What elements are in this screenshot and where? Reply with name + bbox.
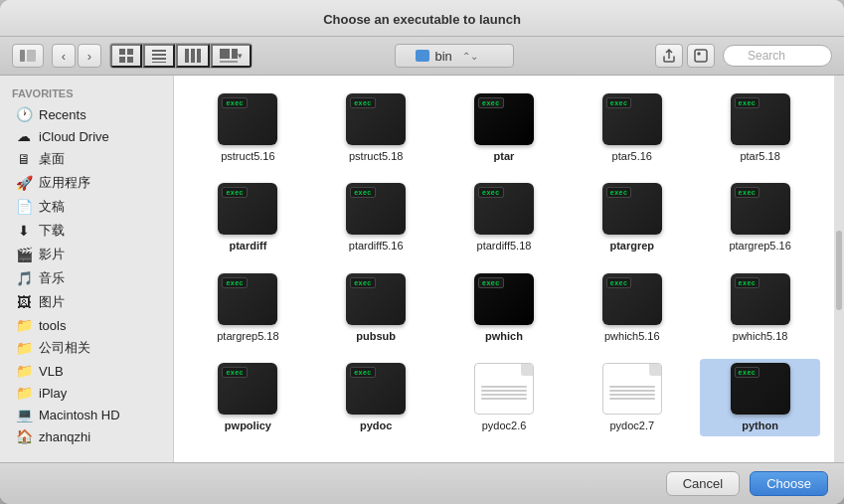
list-view-button[interactable]	[143, 44, 175, 68]
sidebar-item-iplay[interactable]: 📁 iPlay	[4, 382, 169, 404]
icon-view-button[interactable]	[110, 44, 142, 68]
file-item-pwhich[interactable]: exec pwhich	[444, 269, 565, 347]
sidebar-icon-zhangzhi: 🏠	[16, 428, 32, 444]
sidebar-toggle-button[interactable]	[12, 44, 44, 68]
search-box[interactable]: Search	[723, 45, 832, 67]
sidebar-label-macintosh: Macintosh HD	[39, 408, 120, 422]
search-wrapper: 🔍 Search	[723, 45, 832, 67]
gallery-view-button[interactable]: ▾	[211, 44, 252, 68]
file-name-ptardiff516: ptardiff5.16	[349, 239, 404, 252]
doc-fold	[649, 364, 661, 376]
column-view-button[interactable]	[176, 44, 210, 68]
dialog-title: Choose an executable to launch	[323, 12, 521, 27]
file-item-pydoc27[interactable]: pydoc2.7	[572, 359, 692, 436]
choose-button[interactable]: Choose	[750, 471, 828, 496]
sidebar-label-zhangzhi: zhanqzhi	[39, 429, 90, 444]
file-item-pwhich518[interactable]: exec pwhich5.18	[700, 269, 820, 347]
exec-badge-pstruct518: exec	[350, 97, 376, 108]
svg-rect-1	[27, 50, 36, 62]
exec-icon-pydoc: exec	[346, 363, 406, 415]
file-name-ptargrep516: ptargrep5.16	[729, 239, 790, 252]
file-item-python[interactable]: exec python	[700, 359, 820, 436]
exec-badge-ptardiff518: exec	[478, 187, 504, 198]
file-name-pwhich518: pwhich5.18	[733, 329, 788, 343]
svg-rect-5	[127, 57, 133, 63]
sidebar-icon-company: 📁	[16, 340, 32, 356]
sidebar-item-icloud[interactable]: ☁ iCloud Drive	[4, 125, 169, 147]
file-name-ptargrep518: ptargrep5.18	[217, 329, 278, 343]
file-item-ptar[interactable]: exec ptar	[444, 89, 565, 167]
svg-rect-13	[220, 49, 230, 59]
sidebar-icon-apps: 🚀	[16, 175, 32, 191]
location-bar[interactable]: bin ⌃⌄	[395, 44, 514, 68]
share-button[interactable]	[655, 44, 683, 68]
sidebar-icon-docs: 📄	[16, 199, 32, 215]
sidebar-item-tools[interactable]: 📁 tools	[4, 314, 169, 336]
sidebar-item-recents[interactable]: 🕐 Recents	[4, 103, 169, 125]
exec-icon-ptar: exec	[474, 93, 534, 145]
file-name-ptargrep: ptargrep	[609, 239, 654, 252]
file-item-pstruct516[interactable]: exec pstruct5.16	[188, 89, 308, 167]
sidebar-item-movies[interactable]: 🎬 影片	[4, 243, 169, 266]
exec-icon-ptardiff518: exec	[474, 183, 534, 235]
exec-icon-pwhich518: exec	[731, 273, 790, 325]
file-item-pstruct518[interactable]: exec pstruct5.18	[316, 89, 436, 167]
svg-rect-6	[152, 50, 166, 52]
sidebar-item-desktop[interactable]: 🖥 桌面	[4, 147, 169, 171]
file-item-ptardiff[interactable]: exec ptardiff	[188, 179, 308, 256]
forward-button[interactable]: ›	[78, 44, 101, 68]
doc-icon-pydoc27	[602, 363, 662, 415]
sidebar-label-icloud: iCloud Drive	[39, 129, 109, 144]
file-item-ptargrep[interactable]: exec ptargrep	[572, 179, 692, 256]
sidebar-item-pictures[interactable]: 🖼 图片	[4, 290, 169, 314]
file-name-pstruct516: pstruct5.16	[221, 149, 274, 163]
svg-rect-12	[197, 49, 201, 63]
scrollbar-thumb[interactable]	[836, 231, 842, 310]
file-item-ptargrep518[interactable]: exec ptargrep5.18	[188, 269, 308, 347]
file-item-pubsub[interactable]: exec pubsub	[316, 269, 436, 347]
sidebar-item-macintosh[interactable]: 💻 Macintosh HD	[4, 404, 169, 425]
sidebar-label-docs: 文稿	[39, 198, 65, 216]
sidebar-icon-downloads: ⬇	[16, 223, 32, 239]
nav-buttons: ‹ ›	[52, 44, 101, 68]
svg-rect-2	[119, 49, 125, 55]
sidebar-item-downloads[interactable]: ⬇ 下载	[4, 219, 169, 243]
sidebar-label-tools: tools	[39, 318, 66, 333]
file-item-pydoc26[interactable]: pydoc2.6	[444, 359, 565, 436]
svg-rect-4	[119, 57, 125, 63]
sidebar-label-music: 音乐	[39, 269, 65, 287]
sidebar-item-vlb[interactable]: 📁 VLB	[4, 360, 169, 382]
file-item-pwhich516[interactable]: exec pwhich5.16	[572, 269, 692, 347]
sidebar-item-docs[interactable]: 📄 文稿	[4, 195, 169, 219]
file-item-pwpolicy[interactable]: exec pwpolicy	[188, 359, 308, 436]
back-button[interactable]: ‹	[52, 44, 76, 68]
file-item-ptardiff518[interactable]: exec ptardiff5.18	[444, 179, 565, 256]
sidebar-item-zhangzhi[interactable]: 🏠 zhanqzhi	[4, 425, 169, 447]
doc-lines	[475, 372, 533, 406]
exec-badge-python: exec	[735, 367, 760, 378]
sidebar-icon-tools: 📁	[16, 317, 32, 333]
file-item-ptar518[interactable]: exec ptar5.18	[700, 89, 820, 167]
tag-button[interactable]	[687, 44, 715, 68]
sidebar-label-desktop: 桌面	[39, 150, 65, 168]
scrollbar-track[interactable]	[834, 76, 844, 462]
sidebar-icon-pictures: 🖼	[16, 294, 32, 310]
exec-icon-ptargrep518: exec	[218, 273, 277, 325]
sidebar-item-apps[interactable]: 🚀 应用程序	[4, 171, 169, 195]
svg-rect-7	[152, 54, 166, 56]
exec-badge-pwhich: exec	[478, 277, 504, 288]
sidebar-item-music[interactable]: 🎵 音乐	[4, 266, 169, 290]
file-item-ptar516[interactable]: exec ptar5.16	[572, 89, 692, 167]
exec-icon-pstruct518: exec	[346, 93, 406, 145]
folder-icon	[416, 50, 429, 62]
title-bar: Choose an executable to launch	[0, 0, 844, 37]
file-item-pydoc[interactable]: exec pydoc	[316, 359, 436, 436]
sidebar-item-company[interactable]: 📁 公司相关	[4, 336, 169, 360]
cancel-button[interactable]: Cancel	[666, 471, 740, 496]
file-item-ptargrep516[interactable]: exec ptargrep5.16	[700, 179, 820, 256]
sidebar-label-movies: 影片	[39, 246, 65, 263]
file-name-python: python	[742, 419, 778, 432]
sidebar-label-apps: 应用程序	[39, 174, 90, 192]
svg-rect-9	[152, 62, 166, 63]
file-item-ptardiff516[interactable]: exec ptardiff5.16	[316, 179, 436, 256]
